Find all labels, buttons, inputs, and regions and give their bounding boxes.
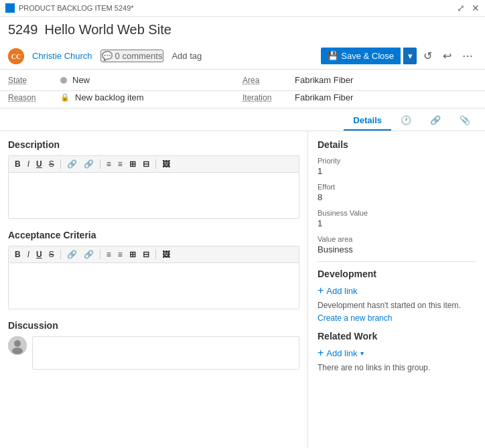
tab-history[interactable]: 🕐: [391, 111, 421, 131]
plus-icon-dev: +: [318, 285, 324, 297]
desc-ol-btn[interactable]: ≡: [116, 159, 125, 169]
acc-outdent-btn[interactable]: ⊟: [141, 249, 151, 260]
tabs-row: Details 🕐 🔗 📎: [0, 108, 485, 131]
acc-link2-btn[interactable]: 🔗: [82, 249, 96, 260]
title-bar-label: PRODUCT BACKLOG ITEM 5249*: [19, 4, 134, 12]
acc-ul-btn[interactable]: ≡: [105, 249, 113, 260]
value-area-value[interactable]: Business: [318, 244, 476, 254]
meta-row-2: Reason 🔒 New backlog item Iteration Fabr…: [0, 91, 485, 108]
avatar: CC: [8, 48, 24, 64]
iteration-label: Iteration: [242, 93, 289, 102]
discussion-input[interactable]: [32, 336, 299, 370]
discussion-section: Discussion: [8, 320, 299, 370]
reason-col: Reason 🔒 New backlog item: [8, 92, 242, 102]
description-toolbar: B I U S 🔗 🔗 ≡ ≡ ⊞ ⊟ 🖼: [8, 155, 299, 172]
value-area-field: Value area Business: [318, 235, 476, 254]
desc-italic-btn[interactable]: I: [25, 159, 31, 169]
svg-point-4: [12, 348, 23, 354]
refresh-button[interactable]: ↺: [419, 47, 436, 65]
acceptance-criteria-title: Acceptance Criteria: [8, 230, 299, 240]
save-icon: 💾: [328, 51, 338, 61]
desc-bold-btn[interactable]: B: [13, 159, 23, 169]
desc-link2-btn[interactable]: 🔗: [82, 159, 96, 169]
tab-attachments[interactable]: 📎: [450, 111, 480, 131]
toolbar-sep-2: [100, 159, 100, 169]
acc-italic-btn[interactable]: I: [25, 249, 31, 260]
acc-ol-btn[interactable]: ≡: [116, 249, 125, 260]
area-value[interactable]: Fabrikam Fiber: [295, 75, 353, 85]
desc-image-btn[interactable]: 🖼: [160, 159, 172, 169]
area-col: Area Fabrikam Fiber: [242, 75, 477, 85]
undo-button[interactable]: ↩: [439, 47, 456, 65]
effort-label: Effort: [318, 183, 476, 191]
development-heading: Development: [318, 269, 476, 279]
acc-image-btn[interactable]: 🖼: [160, 249, 172, 260]
desc-outdent-btn[interactable]: ⊟: [141, 159, 151, 169]
area-label: Area: [242, 76, 289, 85]
acc-sep-3: [155, 250, 156, 259]
desc-underline-btn[interactable]: U: [34, 159, 44, 169]
state-value[interactable]: New: [72, 75, 90, 85]
discussion-title: Discussion: [8, 320, 299, 331]
save-close-button[interactable]: 💾 Save & Close: [321, 48, 401, 64]
priority-value[interactable]: 1: [318, 166, 476, 176]
close-icon[interactable]: ✕: [472, 3, 480, 13]
related-work-add-link-label: Add link: [326, 348, 357, 358]
divider-1: [318, 261, 476, 262]
create-branch-link[interactable]: Create a new branch: [318, 313, 392, 323]
acc-underline-btn[interactable]: U: [34, 249, 44, 260]
description-title: Description: [8, 139, 299, 150]
left-panel: Description B I U S 🔗 🔗 ≡ ≡ ⊞ ⊟ 🖼 Accep: [0, 131, 308, 448]
iteration-value[interactable]: Fabrikam Fiber: [295, 92, 353, 102]
desc-ul-btn[interactable]: ≡: [105, 159, 113, 169]
svg-text:CC: CC: [11, 53, 21, 60]
toolbar-sep-3: [155, 159, 156, 169]
comments-button[interactable]: 💬 0 comments: [100, 50, 164, 62]
iteration-col: Iteration Fabrikam Fiber: [242, 92, 477, 102]
desc-link-btn[interactable]: 🔗: [65, 159, 79, 169]
attachments-icon: 📎: [460, 115, 470, 125]
user-name[interactable]: Christie Church: [32, 51, 92, 61]
acc-sep-2: [100, 250, 100, 259]
acceptance-criteria-editor[interactable]: [8, 263, 299, 309]
acceptance-toolbar: B I U S 🔗 🔗 ≡ ≡ ⊞ ⊟ 🖼: [8, 246, 299, 263]
comments-count: 0 comments: [115, 51, 163, 61]
plus-icon-related: +: [318, 347, 324, 359]
effort-value[interactable]: 8: [318, 192, 476, 202]
item-title: Hello World Web Site: [45, 22, 171, 38]
tab-links[interactable]: 🔗: [421, 111, 450, 131]
add-tag-button[interactable]: Add tag: [171, 51, 202, 61]
discussion-avatar: [8, 336, 27, 355]
acc-strike-btn[interactable]: S: [47, 249, 56, 260]
desc-strike-btn[interactable]: S: [47, 159, 56, 169]
content-area: Description B I U S 🔗 🔗 ≡ ≡ ⊞ ⊟ 🖼 Accep: [0, 131, 485, 448]
save-close-dropdown-button[interactable]: ▾: [403, 48, 417, 64]
toolbar-sep-1: [60, 159, 61, 169]
desc-indent-btn[interactable]: ⊞: [127, 159, 138, 169]
description-editor[interactable]: [8, 172, 299, 219]
business-value-value[interactable]: 1: [318, 218, 476, 228]
acc-bold-btn[interactable]: B: [13, 249, 23, 260]
more-options-button[interactable]: ⋯: [458, 47, 477, 65]
product-backlog-icon: [5, 3, 15, 13]
state-dot: [60, 77, 67, 84]
acc-link-btn[interactable]: 🔗: [65, 249, 79, 260]
development-add-link-button[interactable]: + Add link: [318, 285, 358, 297]
expand-icon[interactable]: ⤢: [457, 3, 465, 13]
acceptance-criteria-section: Acceptance Criteria B I U S 🔗 🔗 ≡ ≡ ⊞ ⊟ …: [8, 230, 299, 309]
related-work-add-link-button[interactable]: + Add link ▾: [318, 347, 364, 359]
acc-indent-btn[interactable]: ⊞: [127, 249, 138, 260]
item-id: 5249: [8, 22, 38, 38]
priority-label: Priority: [318, 157, 476, 165]
no-links-text: There are no links in this group.: [318, 363, 476, 372]
tab-details[interactable]: Details: [344, 111, 391, 131]
comment-icon: 💬: [102, 51, 113, 61]
meta-row: State New Area Fabrikam Fiber: [0, 70, 485, 91]
business-value-field: Business Value 1: [318, 209, 476, 228]
acc-sep-1: [60, 250, 61, 259]
value-area-label: Value area: [318, 235, 476, 243]
reason-value[interactable]: New backlog item: [75, 92, 144, 102]
svg-point-3: [14, 340, 21, 347]
lock-icon: 🔒: [60, 93, 70, 102]
discussion-row: [8, 336, 299, 370]
